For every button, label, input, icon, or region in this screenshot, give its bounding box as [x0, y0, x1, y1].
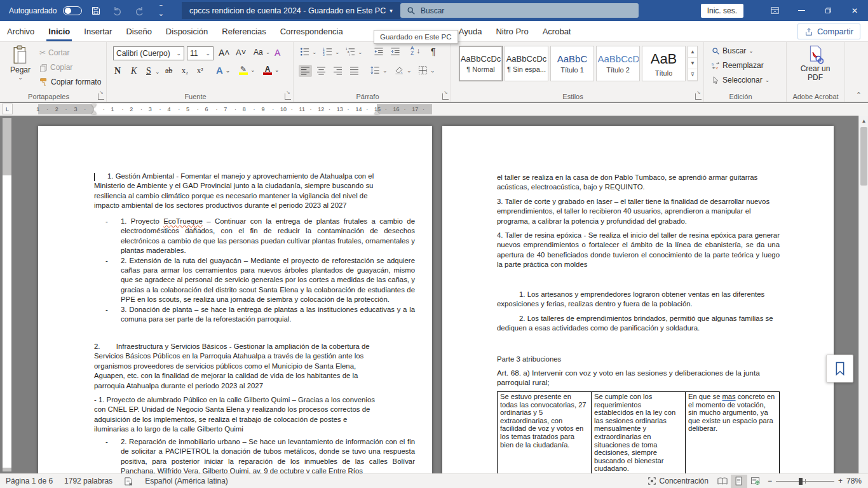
table-cell[interactable]: Se cumple con los requerimientos estable…	[592, 392, 686, 474]
sign-in-button[interactable]: Inic. ses.	[701, 4, 743, 18]
highlight-button[interactable]: ✎ ⌄	[239, 65, 255, 75]
styles-dialog-launcher[interactable]	[695, 93, 702, 100]
style-sin-espaciado[interactable]: AaBbCcDc ¶ Sin espa...	[505, 46, 548, 81]
show-marks-button[interactable]: ¶	[431, 46, 436, 57]
font-dialog-launcher[interactable]	[285, 93, 291, 100]
close-button[interactable]: ✕	[841, 0, 868, 21]
autosave-toggle[interactable]	[63, 6, 82, 15]
clipboard-dialog-launcher[interactable]	[98, 93, 104, 100]
table-cell[interactable]: Se estuvo presente en todas las convocat…	[498, 392, 592, 474]
list-item[interactable]: 1. Proyecto EcoTrueque – Continuar con l…	[94, 217, 415, 256]
font-color-button[interactable]: A ⌄	[263, 65, 280, 75]
styles-gallery-more-button[interactable]: ⊽	[688, 69, 697, 81]
paragraph[interactable]: Parte 3 atribuciones	[497, 355, 780, 364]
subscript-button[interactable]: x₂	[182, 66, 188, 76]
styles-scroll-down-button[interactable]: ▼	[688, 58, 697, 69]
list-item[interactable]: 2. Reparación de inmobiliario urbano – S…	[94, 437, 415, 473]
scrollbar-thumb[interactable]	[860, 127, 867, 186]
focus-mode-button[interactable]: Concentración	[642, 474, 714, 488]
ruler-band[interactable]: 3211234567891011121314151617············…	[38, 104, 432, 114]
copy-button[interactable]: Copiar	[39, 63, 72, 72]
find-button[interactable]: Buscar⌄	[712, 46, 754, 55]
align-right-button[interactable]	[333, 67, 342, 75]
zoom-slider[interactable]	[776, 481, 834, 482]
paragraph[interactable]: 4. Taller de resina epóxica - Se realiza…	[497, 231, 780, 270]
proofing-status-button[interactable]	[118, 474, 139, 488]
ribbon-display-options-button[interactable]	[761, 0, 788, 21]
tab-correspondencia[interactable]: Correspondencia	[273, 21, 350, 41]
grow-font-button[interactable]: A˄	[219, 48, 230, 58]
styles-scroll-up-button[interactable]: ▲	[688, 46, 697, 58]
text-effects-button[interactable]: A⌄	[216, 65, 230, 76]
underline-button[interactable]: S	[146, 66, 151, 76]
zoom-in-button[interactable]: +	[838, 477, 843, 485]
style-titulo-2[interactable]: AaBbCcD Título 2	[596, 46, 640, 81]
read-mode-button[interactable]	[714, 475, 731, 488]
restore-button[interactable]	[815, 0, 841, 21]
list-item[interactable]: 2. Extensión de la ruta del guayacán – M…	[94, 256, 415, 305]
select-button[interactable]: Seleccionar⌄	[712, 76, 770, 85]
paragraph[interactable]: 2. Los talleres de emprendimientos brind…	[497, 314, 780, 334]
list-item[interactable]: 3. Donación de planta – se hace la entre…	[94, 305, 415, 325]
bold-button[interactable]: N	[114, 66, 121, 76]
create-pdf-button[interactable]: Crear un PDF	[796, 45, 835, 82]
shading-button[interactable]: ⌄	[394, 65, 412, 75]
zoom-slider-thumb[interactable]	[799, 478, 803, 485]
change-case-button[interactable]: Aa⌄	[254, 48, 270, 57]
customize-quick-access-button[interactable]: ‾⌄	[153, 3, 168, 18]
format-painter-button[interactable]: Copiar formato	[39, 78, 101, 86]
paste-button[interactable]: Pegar ⌄	[6, 45, 34, 81]
web-layout-button[interactable]	[747, 475, 764, 488]
redo-button[interactable]	[132, 3, 147, 18]
justify-button[interactable]	[349, 67, 359, 75]
left-indent-marker[interactable]	[92, 111, 97, 114]
tab-inicio[interactable]: Inicio	[41, 21, 77, 41]
sort-button[interactable]: AZ↓	[410, 46, 420, 56]
italic-button[interactable]: K	[131, 66, 137, 76]
page-2[interactable]: el taller se realiza en la casa de don P…	[442, 126, 834, 473]
zoom-percentage[interactable]: 78%	[846, 477, 868, 485]
language-indicator[interactable]: Español (América latina)	[139, 474, 234, 488]
paragraph[interactable]: 1. Los artesanos y emprendedores lograro…	[497, 290, 780, 309]
clear-formatting-button[interactable]: A	[275, 48, 280, 58]
vertical-scrollbar[interactable]: ▲	[858, 116, 868, 473]
tab-stop-selector[interactable]: L	[2, 104, 13, 114]
zoom-out-button[interactable]: −	[768, 477, 772, 485]
style-titulo[interactable]: AaB Título	[642, 46, 686, 81]
document-title-area[interactable]: cpccs rendicion de cuenta 2024 - Guardad…	[182, 2, 400, 19]
bullets-button[interactable]: ⌄	[300, 47, 317, 57]
bookmark-flag-button[interactable]	[826, 355, 853, 383]
vertical-ruler[interactable]	[3, 118, 11, 471]
font-size-combo[interactable]: 11⌄	[187, 46, 214, 60]
tab-archivo[interactable]: Archivo	[0, 21, 41, 41]
style-normal[interactable]: AaBbCcDc ¶ Normal	[459, 46, 503, 81]
cut-button[interactable]: ✂ Cortar	[39, 48, 69, 57]
paragraph[interactable]: el taller se realiza en la casa de don P…	[497, 173, 780, 193]
paragraph[interactable]: - 1. Proyecto de alumbrado Público en la…	[94, 395, 381, 435]
increase-indent-button[interactable]	[390, 47, 400, 57]
paragraph[interactable]: 1. Gestión Ambiental - Fomentar el manej…	[94, 172, 378, 211]
undo-button[interactable]	[110, 3, 125, 18]
minimize-button[interactable]	[788, 0, 815, 21]
shrink-font-button[interactable]: A˅	[236, 48, 246, 57]
multilevel-list-button[interactable]: 1ai⌄	[346, 47, 363, 57]
align-left-button[interactable]	[299, 65, 312, 77]
align-center-button[interactable]	[316, 67, 326, 75]
search-box[interactable]: Buscar	[400, 3, 639, 18]
tab-nitro-pro[interactable]: Nitro Pro	[489, 21, 535, 41]
paragraph[interactable]: 2. Infraestructura y Servicios Básicos -…	[94, 342, 378, 391]
first-line-indent-marker[interactable]	[92, 104, 97, 108]
style-titulo-1[interactable]: AaBbC Título 1	[550, 46, 594, 81]
page-indicator[interactable]: Página 1 de 6	[0, 474, 58, 488]
save-button[interactable]	[88, 3, 104, 18]
font-family-combo[interactable]: Calibri (Cuerpo)⌄	[113, 46, 184, 60]
borders-button[interactable]: ⌄	[418, 65, 435, 75]
tab-referencias[interactable]: Referencias	[215, 21, 273, 41]
print-layout-button[interactable]	[731, 475, 747, 488]
decrease-indent-button[interactable]	[374, 47, 384, 57]
superscript-button[interactable]: x²	[197, 66, 203, 76]
collapse-ribbon-button[interactable]: ⌃	[856, 91, 862, 99]
share-button[interactable]: Compartir	[797, 24, 860, 39]
line-spacing-button[interactable]: ⌄	[370, 65, 388, 75]
page-1[interactable]: 1. Gestión Ambiental - Fomentar el manej…	[38, 126, 432, 473]
